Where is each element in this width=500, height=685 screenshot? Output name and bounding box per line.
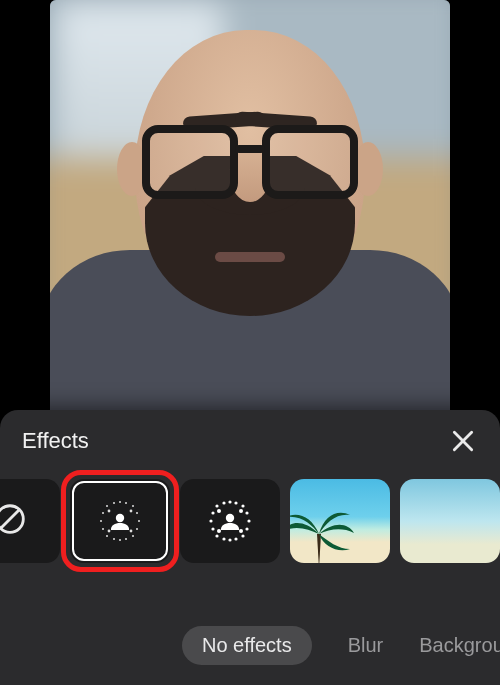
category-no-effects[interactable]: No effects: [182, 626, 312, 665]
svg-point-38: [222, 537, 225, 540]
background-beach-tile[interactable]: [290, 479, 390, 563]
svg-point-13: [138, 520, 140, 522]
slight-blur-icon: [95, 496, 145, 546]
svg-point-45: [239, 529, 243, 533]
svg-point-24: [130, 530, 133, 533]
svg-point-11: [136, 512, 138, 514]
svg-point-30: [241, 504, 244, 507]
svg-point-40: [234, 537, 237, 540]
effects-sheet-header: Effects: [0, 410, 500, 466]
blur-icon: [205, 496, 255, 546]
svg-point-7: [119, 501, 121, 503]
no-effect-tile[interactable]: [0, 479, 60, 563]
blur-tile[interactable]: [180, 479, 280, 563]
close-icon: [450, 428, 476, 454]
svg-point-21: [108, 510, 111, 513]
video-preview: [50, 0, 450, 430]
svg-point-26: [215, 504, 218, 507]
category-blur[interactable]: Blur: [348, 634, 384, 657]
svg-point-29: [234, 501, 237, 504]
svg-point-22: [130, 510, 133, 513]
svg-point-17: [113, 538, 115, 540]
svg-point-10: [102, 512, 104, 514]
svg-point-20: [132, 535, 134, 537]
svg-point-5: [106, 505, 108, 507]
svg-point-23: [108, 530, 111, 533]
svg-point-32: [245, 511, 248, 514]
close-button[interactable]: [448, 426, 478, 456]
svg-point-12: [100, 520, 102, 522]
svg-point-31: [211, 511, 214, 514]
svg-point-35: [211, 527, 214, 530]
svg-line-3: [1, 510, 20, 529]
effects-sheet: Effects: [0, 410, 500, 685]
effects-title: Effects: [22, 428, 89, 454]
svg-point-19: [125, 538, 127, 540]
svg-point-39: [228, 538, 231, 541]
svg-point-43: [239, 509, 243, 513]
effects-tiles-row[interactable]: [0, 466, 500, 576]
svg-point-42: [217, 509, 221, 513]
svg-point-9: [132, 505, 134, 507]
svg-point-8: [125, 502, 127, 504]
svg-point-15: [136, 528, 138, 530]
palm-icon: [290, 499, 354, 563]
person-silhouette: [70, 10, 430, 430]
background-beach-2-tile[interactable]: [400, 479, 500, 563]
svg-point-44: [217, 529, 221, 533]
category-backgrounds[interactable]: Backgrounds: [419, 634, 500, 657]
svg-point-14: [102, 528, 104, 530]
svg-point-25: [226, 514, 234, 522]
svg-point-33: [209, 519, 212, 522]
svg-point-4: [116, 514, 124, 522]
svg-point-37: [215, 534, 218, 537]
svg-point-34: [247, 519, 250, 522]
svg-point-16: [106, 535, 108, 537]
no-effect-icon: [0, 500, 29, 542]
svg-point-41: [241, 534, 244, 537]
svg-point-27: [222, 501, 225, 504]
slight-blur-tile[interactable]: [70, 479, 170, 563]
svg-point-6: [113, 502, 115, 504]
svg-point-18: [119, 539, 121, 541]
effects-categories[interactable]: No effects Blur Backgrounds: [0, 626, 500, 665]
svg-point-36: [245, 527, 248, 530]
svg-point-28: [228, 500, 231, 503]
